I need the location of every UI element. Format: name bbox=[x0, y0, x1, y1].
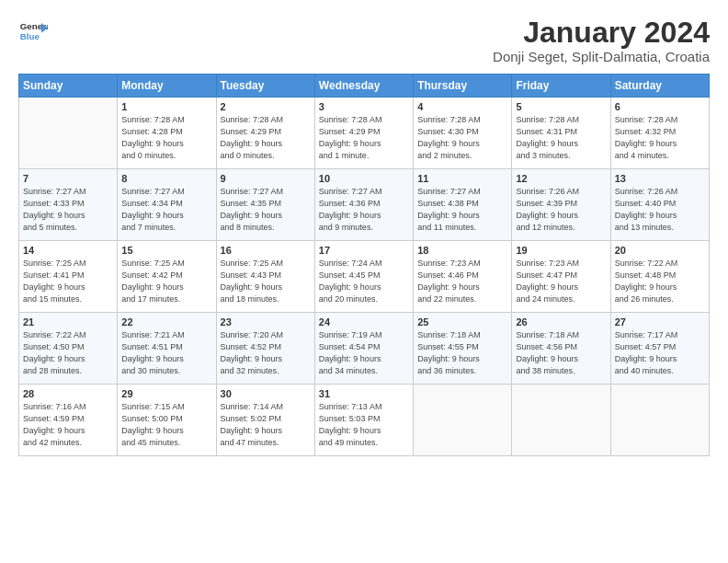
day-info: Sunrise: 7:23 AM Sunset: 4:47 PM Dayligh… bbox=[516, 258, 606, 305]
header: General Blue January 2024 Donji Seget, S… bbox=[18, 17, 710, 64]
calendar-cell: 11Sunrise: 7:27 AM Sunset: 4:38 PM Dayli… bbox=[414, 169, 512, 241]
calendar-cell: 21Sunrise: 7:22 AM Sunset: 4:50 PM Dayli… bbox=[19, 313, 118, 385]
day-number: 8 bbox=[121, 173, 211, 184]
day-number: 22 bbox=[121, 316, 211, 327]
calendar-cell: 28Sunrise: 7:16 AM Sunset: 4:59 PM Dayli… bbox=[19, 385, 118, 456]
week-row-1: 1Sunrise: 7:28 AM Sunset: 4:28 PM Daylig… bbox=[19, 98, 710, 169]
day-info: Sunrise: 7:28 AM Sunset: 4:32 PM Dayligh… bbox=[615, 114, 705, 162]
day-info: Sunrise: 7:21 AM Sunset: 4:51 PM Dayligh… bbox=[121, 329, 211, 377]
day-info: Sunrise: 7:13 AM Sunset: 5:03 PM Dayligh… bbox=[319, 401, 409, 449]
day-info: Sunrise: 7:25 AM Sunset: 4:43 PM Dayligh… bbox=[221, 258, 311, 305]
month-title: January 2024 bbox=[493, 17, 710, 49]
calendar-cell: 24Sunrise: 7:19 AM Sunset: 4:54 PM Dayli… bbox=[314, 313, 413, 385]
day-info: Sunrise: 7:18 AM Sunset: 4:56 PM Dayligh… bbox=[516, 329, 606, 377]
day-info: Sunrise: 7:23 AM Sunset: 4:46 PM Dayligh… bbox=[417, 258, 507, 305]
day-number: 29 bbox=[121, 388, 211, 399]
calendar-cell: 15Sunrise: 7:25 AM Sunset: 4:42 PM Dayli… bbox=[118, 241, 216, 313]
svg-text:Blue: Blue bbox=[20, 31, 40, 41]
day-info: Sunrise: 7:22 AM Sunset: 4:50 PM Dayligh… bbox=[23, 329, 113, 377]
week-row-3: 14Sunrise: 7:25 AM Sunset: 4:41 PM Dayli… bbox=[19, 241, 710, 313]
calendar-cell: 16Sunrise: 7:25 AM Sunset: 4:43 PM Dayli… bbox=[216, 241, 314, 313]
day-info: Sunrise: 7:18 AM Sunset: 4:55 PM Dayligh… bbox=[417, 329, 507, 377]
day-info: Sunrise: 7:25 AM Sunset: 4:42 PM Dayligh… bbox=[121, 258, 211, 305]
day-info: Sunrise: 7:28 AM Sunset: 4:31 PM Dayligh… bbox=[516, 114, 606, 162]
calendar-cell: 19Sunrise: 7:23 AM Sunset: 4:47 PM Dayli… bbox=[512, 241, 610, 313]
day-number: 26 bbox=[516, 316, 606, 327]
calendar-header-row: SundayMondayTuesdayWednesdayThursdayFrid… bbox=[19, 75, 710, 98]
header-day-saturday: Saturday bbox=[610, 75, 709, 98]
day-number: 12 bbox=[516, 173, 606, 184]
day-number: 25 bbox=[417, 316, 507, 327]
day-number: 9 bbox=[221, 173, 311, 184]
calendar-cell: 25Sunrise: 7:18 AM Sunset: 4:55 PM Dayli… bbox=[414, 313, 512, 385]
calendar-cell: 18Sunrise: 7:23 AM Sunset: 4:46 PM Dayli… bbox=[414, 241, 512, 313]
calendar-cell: 26Sunrise: 7:18 AM Sunset: 4:56 PM Dayli… bbox=[512, 313, 610, 385]
day-number: 18 bbox=[417, 245, 507, 256]
calendar-cell: 23Sunrise: 7:20 AM Sunset: 4:52 PM Dayli… bbox=[216, 313, 314, 385]
day-info: Sunrise: 7:17 AM Sunset: 4:57 PM Dayligh… bbox=[615, 329, 705, 377]
header-day-friday: Friday bbox=[512, 75, 610, 98]
day-number: 6 bbox=[615, 101, 705, 112]
calendar-cell: 12Sunrise: 7:26 AM Sunset: 4:39 PM Dayli… bbox=[512, 169, 610, 241]
calendar-cell: 5Sunrise: 7:28 AM Sunset: 4:31 PM Daylig… bbox=[512, 98, 610, 169]
day-info: Sunrise: 7:28 AM Sunset: 4:28 PM Dayligh… bbox=[121, 114, 211, 162]
day-info: Sunrise: 7:27 AM Sunset: 4:33 PM Dayligh… bbox=[23, 186, 113, 234]
day-number: 21 bbox=[23, 316, 113, 327]
day-number: 13 bbox=[615, 173, 705, 184]
calendar-cell: 14Sunrise: 7:25 AM Sunset: 4:41 PM Dayli… bbox=[19, 241, 118, 313]
day-number: 19 bbox=[516, 245, 606, 256]
week-row-5: 28Sunrise: 7:16 AM Sunset: 4:59 PM Dayli… bbox=[19, 385, 710, 456]
calendar-cell: 31Sunrise: 7:13 AM Sunset: 5:03 PM Dayli… bbox=[314, 385, 413, 456]
day-info: Sunrise: 7:28 AM Sunset: 4:30 PM Dayligh… bbox=[417, 114, 507, 162]
day-number: 28 bbox=[23, 388, 113, 399]
day-info: Sunrise: 7:14 AM Sunset: 5:02 PM Dayligh… bbox=[221, 401, 311, 449]
calendar-cell: 17Sunrise: 7:24 AM Sunset: 4:45 PM Dayli… bbox=[314, 241, 413, 313]
calendar-cell: 7Sunrise: 7:27 AM Sunset: 4:33 PM Daylig… bbox=[19, 169, 118, 241]
calendar-cell: 6Sunrise: 7:28 AM Sunset: 4:32 PM Daylig… bbox=[610, 98, 709, 169]
calendar-cell: 13Sunrise: 7:26 AM Sunset: 4:40 PM Dayli… bbox=[610, 169, 709, 241]
calendar-cell: 29Sunrise: 7:15 AM Sunset: 5:00 PM Dayli… bbox=[118, 385, 216, 456]
day-number: 1 bbox=[121, 101, 211, 112]
day-info: Sunrise: 7:22 AM Sunset: 4:48 PM Dayligh… bbox=[615, 258, 705, 305]
calendar-cell: 10Sunrise: 7:27 AM Sunset: 4:36 PM Dayli… bbox=[314, 169, 413, 241]
day-number: 24 bbox=[319, 316, 409, 327]
calendar-cell: 27Sunrise: 7:17 AM Sunset: 4:57 PM Dayli… bbox=[610, 313, 709, 385]
week-row-2: 7Sunrise: 7:27 AM Sunset: 4:33 PM Daylig… bbox=[19, 169, 710, 241]
calendar-cell bbox=[19, 98, 118, 169]
day-number: 10 bbox=[319, 173, 409, 184]
calendar-cell: 2Sunrise: 7:28 AM Sunset: 4:29 PM Daylig… bbox=[216, 98, 314, 169]
day-number: 30 bbox=[221, 388, 311, 399]
day-number: 7 bbox=[23, 173, 113, 184]
day-number: 31 bbox=[319, 388, 409, 399]
day-info: Sunrise: 7:27 AM Sunset: 4:38 PM Dayligh… bbox=[417, 186, 507, 234]
day-info: Sunrise: 7:28 AM Sunset: 4:29 PM Dayligh… bbox=[221, 114, 311, 162]
day-number: 17 bbox=[319, 245, 409, 256]
day-info: Sunrise: 7:27 AM Sunset: 4:35 PM Dayligh… bbox=[221, 186, 311, 234]
day-info: Sunrise: 7:26 AM Sunset: 4:40 PM Dayligh… bbox=[615, 186, 705, 234]
calendar-cell bbox=[414, 385, 512, 456]
day-info: Sunrise: 7:24 AM Sunset: 4:45 PM Dayligh… bbox=[319, 258, 409, 305]
logo-icon: General Blue bbox=[18, 17, 48, 46]
day-info: Sunrise: 7:19 AM Sunset: 4:54 PM Dayligh… bbox=[319, 329, 409, 377]
day-number: 27 bbox=[615, 316, 705, 327]
header-day-tuesday: Tuesday bbox=[216, 75, 314, 98]
location-title: Donji Seget, Split-Dalmatia, Croatia bbox=[493, 49, 710, 64]
day-number: 15 bbox=[121, 245, 211, 256]
day-info: Sunrise: 7:25 AM Sunset: 4:41 PM Dayligh… bbox=[23, 258, 113, 305]
page: General Blue January 2024 Donji Seget, S… bbox=[0, 0, 728, 563]
calendar-cell: 9Sunrise: 7:27 AM Sunset: 4:35 PM Daylig… bbox=[216, 169, 314, 241]
calendar-cell: 4Sunrise: 7:28 AM Sunset: 4:30 PM Daylig… bbox=[414, 98, 512, 169]
day-info: Sunrise: 7:27 AM Sunset: 4:34 PM Dayligh… bbox=[121, 186, 211, 234]
title-block: January 2024 Donji Seget, Split-Dalmatia… bbox=[493, 17, 710, 64]
calendar-cell: 30Sunrise: 7:14 AM Sunset: 5:02 PM Dayli… bbox=[216, 385, 314, 456]
day-number: 11 bbox=[417, 173, 507, 184]
calendar-cell: 1Sunrise: 7:28 AM Sunset: 4:28 PM Daylig… bbox=[118, 98, 216, 169]
header-day-thursday: Thursday bbox=[414, 75, 512, 98]
calendar-table: SundayMondayTuesdayWednesdayThursdayFrid… bbox=[18, 74, 710, 456]
header-day-wednesday: Wednesday bbox=[314, 75, 413, 98]
header-day-sunday: Sunday bbox=[19, 75, 118, 98]
day-info: Sunrise: 7:20 AM Sunset: 4:52 PM Dayligh… bbox=[221, 329, 311, 377]
day-number: 16 bbox=[221, 245, 311, 256]
day-number: 3 bbox=[319, 101, 409, 112]
day-info: Sunrise: 7:26 AM Sunset: 4:39 PM Dayligh… bbox=[516, 186, 606, 234]
